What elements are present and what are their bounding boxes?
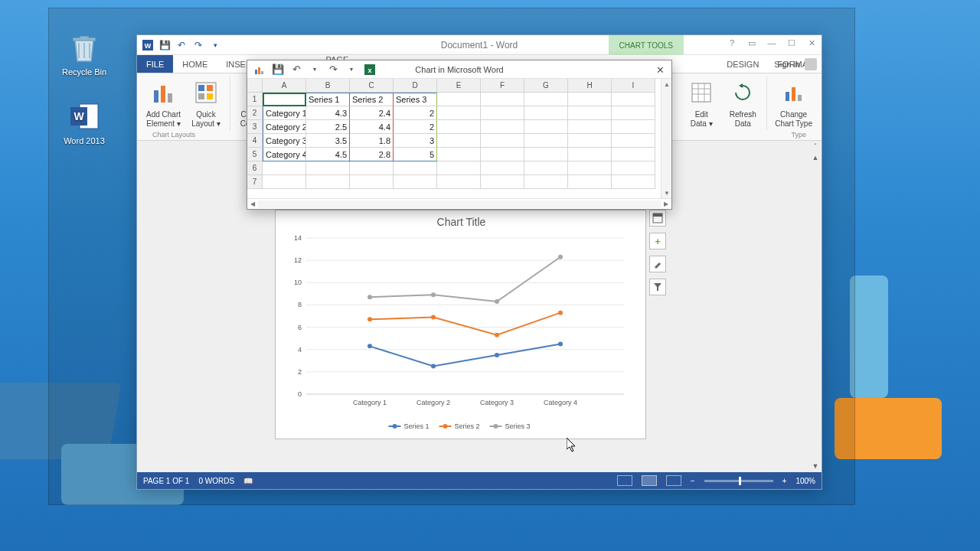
grid-cell[interactable] bbox=[568, 93, 612, 106]
column-header[interactable]: H bbox=[568, 79, 612, 93]
grid-cell[interactable] bbox=[306, 175, 350, 189]
grid-cell[interactable] bbox=[394, 161, 437, 175]
grid-cell[interactable]: 3 bbox=[394, 134, 437, 148]
word-count[interactable]: 0 WORDS bbox=[198, 477, 234, 485]
grid-cell[interactable]: Series 3 bbox=[394, 93, 437, 106]
chart-data-point[interactable] bbox=[558, 341, 563, 346]
chart-styles-brush-icon[interactable] bbox=[649, 256, 666, 272]
collapse-ribbon-icon[interactable]: ˆ bbox=[809, 141, 822, 152]
grid-cell[interactable] bbox=[524, 106, 568, 120]
grid-cell[interactable] bbox=[481, 93, 524, 106]
grid-cell[interactable] bbox=[524, 148, 568, 161]
data-vertical-scrollbar[interactable]: ▲ ▼ bbox=[661, 79, 671, 198]
grid-cell[interactable]: 2.8 bbox=[350, 148, 394, 161]
undo-icon[interactable]: ↶ bbox=[290, 64, 302, 76]
grid-cell[interactable] bbox=[263, 175, 306, 189]
legend-entry[interactable]: Series 3 bbox=[505, 422, 531, 430]
column-header[interactable]: C bbox=[350, 79, 394, 93]
grid-cell[interactable]: Series 2 bbox=[350, 93, 394, 106]
grid-cell[interactable] bbox=[568, 106, 612, 120]
grid-cell[interactable]: 4.4 bbox=[350, 120, 394, 134]
grid-cell[interactable] bbox=[481, 106, 524, 120]
grid-cell[interactable] bbox=[437, 93, 481, 106]
save-icon[interactable]: 💾 bbox=[272, 64, 284, 76]
grid-cell[interactable] bbox=[481, 148, 524, 161]
grid-cell[interactable]: Series 1 bbox=[306, 93, 350, 106]
grid-cell[interactable] bbox=[263, 93, 306, 106]
grid-cell[interactable]: 4.3 bbox=[306, 106, 350, 120]
qat-customize-icon[interactable]: ▾ bbox=[209, 39, 221, 51]
redo-icon[interactable]: ↷ bbox=[192, 39, 204, 51]
grid-cell[interactable] bbox=[481, 120, 524, 134]
grid-cell[interactable]: 4.5 bbox=[306, 148, 350, 161]
grid-cell[interactable] bbox=[437, 106, 481, 120]
zoom-out-button[interactable]: − bbox=[691, 477, 695, 485]
row-header[interactable]: 3 bbox=[247, 120, 263, 134]
grid-cell[interactable] bbox=[612, 106, 655, 120]
chart-filter-funnel-icon[interactable] bbox=[649, 279, 666, 295]
zoom-slider[interactable] bbox=[704, 480, 773, 482]
chart-data-point[interactable] bbox=[495, 333, 499, 337]
refresh-data-button[interactable]: Refresh Data bbox=[722, 77, 763, 137]
grid-cell[interactable]: 2 bbox=[394, 120, 437, 134]
grid-cell[interactable] bbox=[612, 134, 655, 148]
sign-in-link[interactable]: Sign in bbox=[774, 55, 817, 73]
grid-cell[interactable] bbox=[612, 120, 655, 134]
column-header[interactable]: D bbox=[394, 79, 437, 93]
chart-object[interactable]: Chart Title02468101214Category 1Category… bbox=[275, 210, 646, 439]
grid-cell[interactable]: 3.5 bbox=[306, 134, 350, 148]
edit-data-button[interactable]: Edit Data ▾ bbox=[681, 77, 722, 137]
row-header[interactable]: 6 bbox=[247, 161, 263, 175]
chart-series-line[interactable] bbox=[370, 344, 560, 366]
save-icon[interactable]: 💾 bbox=[158, 39, 171, 51]
scroll-up-icon[interactable]: ▲ bbox=[809, 152, 822, 164]
maximize-button[interactable]: ☐ bbox=[782, 35, 802, 51]
chart-data-point[interactable] bbox=[368, 295, 372, 299]
vertical-scrollbar[interactable]: ˆ ▲ ▼ bbox=[809, 141, 822, 472]
grid-cell[interactable]: Category 3 bbox=[263, 134, 306, 148]
grid-cell[interactable]: 2.4 bbox=[350, 106, 394, 120]
grid-cell[interactable] bbox=[306, 161, 350, 175]
data-window-titlebar[interactable]: 💾 ↶ ▾ ↷ ▾ x Chart in Microsoft Word ✕ bbox=[247, 60, 671, 79]
grid-cell[interactable] bbox=[568, 134, 612, 148]
chart-data-point[interactable] bbox=[495, 299, 499, 304]
grid-cell[interactable] bbox=[568, 148, 612, 161]
grid-cell[interactable]: Category 4 bbox=[263, 148, 306, 161]
grid-cell[interactable] bbox=[612, 148, 655, 161]
chart-data-point[interactable] bbox=[431, 315, 436, 319]
grid-cell[interactable] bbox=[437, 120, 481, 134]
print-layout-view-icon[interactable] bbox=[642, 475, 657, 486]
grid-cell[interactable] bbox=[524, 93, 568, 106]
grid-cell[interactable]: 2 bbox=[394, 106, 437, 120]
page-indicator[interactable]: PAGE 1 OF 1 bbox=[143, 477, 189, 485]
grid-cell[interactable]: Category 2 bbox=[263, 120, 306, 134]
grid-cell[interactable] bbox=[437, 175, 481, 189]
edit-in-excel-icon[interactable]: x bbox=[364, 64, 376, 76]
grid-cell[interactable] bbox=[524, 120, 568, 134]
redo-icon[interactable]: ↷ bbox=[327, 64, 339, 76]
grid-cell[interactable] bbox=[394, 175, 437, 189]
chart-series-line[interactable] bbox=[370, 313, 560, 335]
ribbon-display-button[interactable]: ▭ bbox=[742, 35, 762, 51]
spreadsheet-grid[interactable]: ABCDEFGHI1Series 1Series 2Series 32Categ… bbox=[247, 79, 671, 189]
scroll-down-icon[interactable]: ▼ bbox=[809, 460, 822, 472]
grid-cell[interactable] bbox=[612, 175, 655, 189]
chart-elements-plus-icon[interactable]: + bbox=[649, 233, 666, 249]
change-chart-type-button[interactable]: Change Chart Type bbox=[770, 77, 817, 137]
scroll-left-icon[interactable]: ◀ bbox=[247, 199, 258, 210]
grid-cell[interactable] bbox=[437, 148, 481, 161]
grid-cell[interactable]: 5 bbox=[394, 148, 437, 161]
chart-data-point[interactable] bbox=[368, 317, 372, 321]
chart-title[interactable]: Chart Title bbox=[437, 216, 486, 228]
grid-cell[interactable]: 1.8 bbox=[350, 134, 394, 148]
legend-entry[interactable]: Series 2 bbox=[455, 422, 480, 430]
grid-cell[interactable] bbox=[350, 175, 394, 189]
titlebar[interactable]: W 💾 ↶ ↷ ▾ Document1 - Word CHART TOOLS ?… bbox=[137, 35, 822, 55]
grid-cell[interactable] bbox=[350, 161, 394, 175]
tab-home[interactable]: HOME bbox=[173, 55, 217, 73]
desktop-icon-recycle-bin[interactable]: Recycle Bin bbox=[57, 31, 111, 77]
row-header[interactable]: 5 bbox=[247, 148, 263, 161]
data-horizontal-scrollbar[interactable]: ◀ ▶ bbox=[247, 198, 671, 209]
column-header[interactable]: A bbox=[263, 79, 306, 93]
help-button[interactable]: ? bbox=[722, 35, 742, 51]
